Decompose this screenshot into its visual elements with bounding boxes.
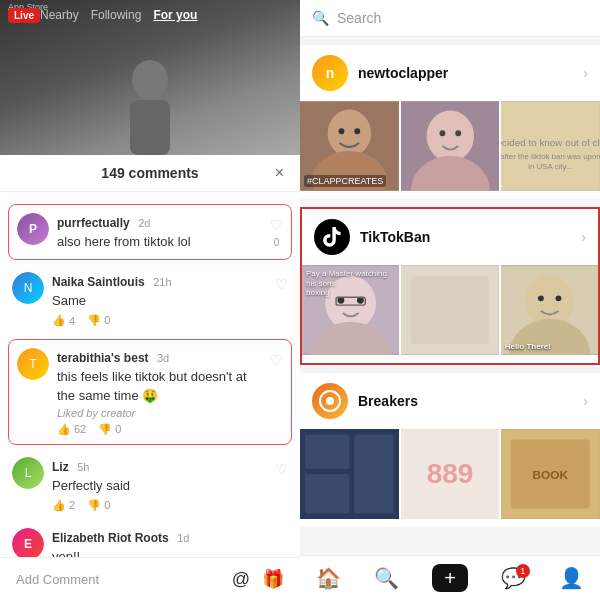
comment-time: 2d xyxy=(138,217,150,229)
comments-header: 149 comments × xyxy=(0,155,300,192)
comment-actions: 👍 62 👎 0 xyxy=(57,423,262,436)
heart-icon[interactable]: ♡ xyxy=(275,276,288,292)
video-person xyxy=(110,55,190,155)
svg-rect-34 xyxy=(305,474,349,513)
like-action[interactable]: 👍 2 xyxy=(52,499,75,512)
nav-profile[interactable]: 👤 xyxy=(559,566,584,590)
comment-username: purrfectually xyxy=(57,216,130,230)
block-header[interactable]: TikTokBan › xyxy=(302,209,598,265)
comment-text: Perfectly said xyxy=(52,477,267,495)
channel-name: newtoclapper xyxy=(358,65,573,81)
create-button[interactable]: + xyxy=(432,564,468,592)
nav-item-nearby[interactable]: Nearby xyxy=(40,8,79,22)
comment-content: purrfectually 2d also here from tiktok l… xyxy=(57,213,262,251)
svg-point-29 xyxy=(555,295,561,301)
comment-right: ♡ 0 xyxy=(270,213,283,248)
chevron-right-icon: › xyxy=(583,65,588,81)
top-nav: Nearby Following For you xyxy=(40,8,197,22)
close-button[interactable]: × xyxy=(275,164,284,182)
live-badge[interactable]: Live xyxy=(8,8,40,23)
content-block-newtoclapper: n newtoclapper › #CLAPPCREATES xyxy=(300,45,600,199)
svg-point-3 xyxy=(328,109,371,156)
thumbnails-row: Pay a Master watching his sonsboxing xyxy=(302,265,598,363)
comment-time: 21h xyxy=(153,276,171,288)
thumbnail[interactable]: Pay a Master watching his sonsboxing xyxy=(302,265,399,355)
comments-title: 149 comments xyxy=(101,165,198,181)
svg-point-31 xyxy=(326,397,334,405)
add-comment-placeholder[interactable]: Add Comment xyxy=(16,572,220,587)
svg-point-0 xyxy=(132,60,168,100)
thumbnail[interactable]: #CLAPPCREATES xyxy=(300,101,399,191)
comment-item: N Naika Saintlouis 21h Same 👍 4 👎 0 ♡ xyxy=(0,264,300,335)
comment-time: 1d xyxy=(177,532,189,544)
comment-text: Same xyxy=(52,292,267,310)
search-icon: 🔍 xyxy=(374,566,399,590)
thumbnails-row: 889 BOOK xyxy=(300,429,600,527)
svg-rect-33 xyxy=(305,435,349,470)
avatar: N xyxy=(12,272,44,304)
comment-content: Naika Saintlouis 21h Same 👍 4 👎 0 xyxy=(52,272,267,327)
thumbnail[interactable]: Hello There! xyxy=(501,265,598,355)
comment-username: Naika Saintlouis xyxy=(52,275,145,289)
thumbnail[interactable] xyxy=(300,429,399,519)
comment-actions: 👍 4 👎 0 xyxy=(52,314,267,327)
comment-text: yep!! xyxy=(52,548,288,557)
comments-list: P purrfectually 2d also here from tiktok… xyxy=(0,192,300,557)
left-panel: App Store Live Nearby Following For you … xyxy=(0,0,300,600)
channel-avatar xyxy=(314,219,350,255)
block-header[interactable]: Breakers › xyxy=(300,373,600,429)
svg-point-6 xyxy=(354,128,360,134)
heart-icon[interactable]: ♡ xyxy=(275,461,288,477)
comment-content: Elizabeth Riot Roots 1d yep!! xyxy=(52,528,288,557)
profile-icon: 👤 xyxy=(559,566,584,590)
block-header[interactable]: n newtoclapper › xyxy=(300,45,600,101)
thumbnail[interactable]: 889 xyxy=(401,429,500,519)
svg-rect-1 xyxy=(130,100,170,155)
nav-home[interactable]: 🏠 xyxy=(316,566,341,590)
channel-name: TikTokBan xyxy=(360,229,571,245)
thumbnail[interactable] xyxy=(401,101,500,191)
nav-item-following[interactable]: Following xyxy=(91,8,142,22)
comment-right: ♡ xyxy=(275,272,288,292)
search-icon: 🔍 xyxy=(312,10,329,26)
bottom-nav: 🏠 🔍 + 💬 1 👤 xyxy=(300,555,600,600)
dislike-action[interactable]: 👎 0 xyxy=(98,423,121,436)
heart-icon[interactable]: ♡ xyxy=(270,217,283,233)
svg-point-11 xyxy=(455,130,461,136)
channel-avatar: n xyxy=(312,55,348,91)
heart-icon[interactable]: ♡ xyxy=(270,352,283,368)
thumbnail[interactable]: I decided to know out of class after the… xyxy=(501,101,600,191)
comment-right: ♡ xyxy=(270,348,283,368)
svg-text:BOOK: BOOK xyxy=(533,468,569,482)
comment-content: Liz 5h Perfectly said 👍 2 👎 0 xyxy=(52,457,267,512)
search-bar[interactable]: 🔍 Search xyxy=(300,0,600,37)
svg-point-10 xyxy=(439,130,445,136)
like-count: 0 xyxy=(274,237,280,248)
avatar: E xyxy=(12,528,44,557)
nav-item-foryou[interactable]: For you xyxy=(153,8,197,22)
thumbnail[interactable] xyxy=(401,265,498,355)
dislike-action[interactable]: 👎 0 xyxy=(87,314,110,327)
thumbnails-row: #CLAPPCREATES I xyxy=(300,101,600,199)
at-icon[interactable]: @ xyxy=(232,569,250,590)
gift-icon[interactable]: 🎁 xyxy=(262,568,284,590)
svg-text:I decided to know out of class: I decided to know out of class xyxy=(501,137,600,148)
comment-item: T terabithia's best 3d this feels like t… xyxy=(8,339,292,444)
thumb-label: #CLAPPCREATES xyxy=(304,175,386,187)
svg-text:in USA city...: in USA city... xyxy=(529,162,573,171)
search-input[interactable]: Search xyxy=(337,10,381,26)
nav-messages[interactable]: 💬 1 xyxy=(501,566,526,590)
avatar: L xyxy=(12,457,44,489)
thumbnail[interactable]: BOOK xyxy=(501,429,600,519)
like-action[interactable]: 👍 62 xyxy=(57,423,86,436)
comment-time: 5h xyxy=(77,461,89,473)
nav-create[interactable]: + xyxy=(432,564,468,592)
nav-search[interactable]: 🔍 xyxy=(374,566,399,590)
comment-text: also here from tiktok lol xyxy=(57,233,262,251)
like-action[interactable]: 👍 4 xyxy=(52,314,75,327)
comment-text: this feels like tiktok but doesn't at th… xyxy=(57,368,262,404)
avatar: P xyxy=(17,213,49,245)
channel-name: Breakers xyxy=(358,393,573,409)
comment-item: E Elizabeth Riot Roots 1d yep!! xyxy=(0,520,300,557)
dislike-action[interactable]: 👎 0 xyxy=(87,499,110,512)
